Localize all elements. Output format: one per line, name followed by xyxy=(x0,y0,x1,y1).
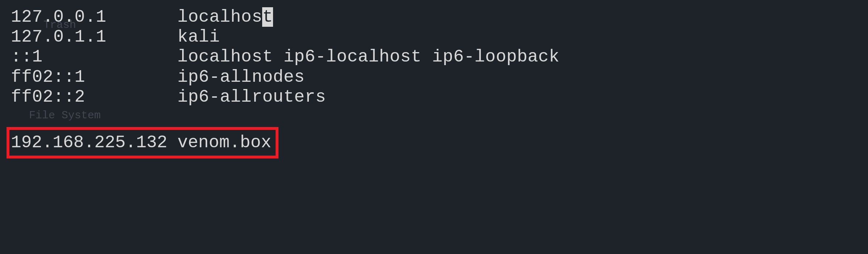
hosts-ip: 127.0.1.1 xyxy=(11,27,177,47)
hosts-ip: ff02::2 xyxy=(11,87,177,107)
hosts-ip: ::1 xyxy=(11,47,177,67)
hosts-entry: 127.0.1.1kali xyxy=(11,27,857,47)
hosts-names: venom.box xyxy=(177,133,271,152)
hosts-entry: ::1localhost ip6-localhost ip6-loopback xyxy=(11,47,857,67)
blank-line xyxy=(11,107,857,127)
hosts-names-partial: localhos xyxy=(177,7,262,27)
hosts-ip: ff02::1 xyxy=(11,67,177,87)
hosts-names: kali xyxy=(177,27,220,47)
hosts-ip: 127.0.0.1 xyxy=(11,7,177,27)
hosts-names: localhost ip6-localhost ip6-loopback xyxy=(177,47,559,67)
hosts-entry: ff02::1ip6-allnodes xyxy=(11,67,857,87)
hosts-names: ip6-allnodes xyxy=(177,67,305,87)
hosts-entry: ff02::2ip6-allrouters xyxy=(11,87,857,107)
text-cursor: t xyxy=(262,7,273,27)
hosts-names: ip6-allrouters xyxy=(177,87,326,107)
hosts-highlighted-entry: 192.168.225.132venom.box xyxy=(7,127,278,158)
hosts-entry: 127.0.0.1localhost xyxy=(11,7,857,27)
hosts-ip: 192.168.225.132 xyxy=(11,133,177,153)
terminal-output: 127.0.0.1localhost 127.0.1.1kali ::1loca… xyxy=(11,7,857,158)
